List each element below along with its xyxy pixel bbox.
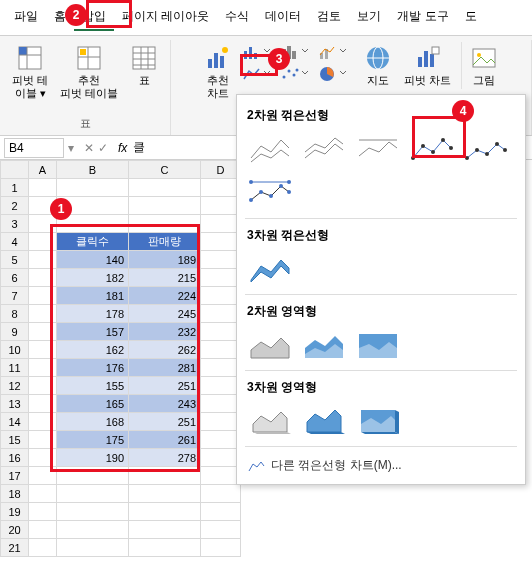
- cell[interactable]: 클릭수: [57, 233, 129, 251]
- menu-insert[interactable]: 삽입: [74, 4, 114, 31]
- cell[interactable]: 251: [129, 377, 201, 395]
- cell[interactable]: 175: [57, 431, 129, 449]
- image-button[interactable]: 그림: [461, 42, 500, 89]
- cell[interactable]: [201, 431, 241, 449]
- cell[interactable]: [201, 197, 241, 215]
- cell[interactable]: [29, 377, 57, 395]
- cell[interactable]: 190: [57, 449, 129, 467]
- area-chart-100stacked[interactable]: [353, 326, 403, 364]
- cell[interactable]: [129, 521, 201, 539]
- fx-buttons[interactable]: ✕ ✓: [78, 141, 114, 155]
- cell[interactable]: [129, 215, 201, 233]
- line-chart-100stacked[interactable]: [353, 130, 403, 168]
- row-header[interactable]: 2: [1, 197, 29, 215]
- col-header-c[interactable]: C: [129, 161, 201, 179]
- cell[interactable]: [29, 467, 57, 485]
- cell[interactable]: 176: [57, 359, 129, 377]
- cell[interactable]: [29, 503, 57, 521]
- cell[interactable]: [29, 197, 57, 215]
- scatter-chart-dropdown[interactable]: [280, 64, 314, 84]
- menu-data[interactable]: 데이터: [257, 4, 309, 31]
- cell[interactable]: [201, 467, 241, 485]
- line-chart-stacked[interactable]: [299, 130, 349, 168]
- cell[interactable]: 165: [57, 395, 129, 413]
- cell[interactable]: [29, 215, 57, 233]
- recommended-chart-button[interactable]: 추천 차트: [202, 42, 234, 102]
- cell[interactable]: 245: [129, 305, 201, 323]
- cell[interactable]: [29, 539, 57, 557]
- table-button[interactable]: 표: [128, 42, 160, 89]
- area-chart-basic[interactable]: [245, 326, 295, 364]
- cell[interactable]: [29, 269, 57, 287]
- cell[interactable]: [29, 305, 57, 323]
- col-header-a[interactable]: A: [29, 161, 57, 179]
- cell[interactable]: 262: [129, 341, 201, 359]
- cell[interactable]: [57, 179, 129, 197]
- cell[interactable]: [57, 485, 129, 503]
- area-chart-3d-100stacked[interactable]: [353, 402, 403, 440]
- cell[interactable]: [201, 377, 241, 395]
- bar-chart-dropdown[interactable]: [242, 42, 276, 62]
- cell[interactable]: [57, 467, 129, 485]
- cell[interactable]: [29, 449, 57, 467]
- row-header[interactable]: 3: [1, 215, 29, 233]
- cell[interactable]: 168: [57, 413, 129, 431]
- area-chart-3d[interactable]: [245, 402, 295, 440]
- row-header[interactable]: 11: [1, 359, 29, 377]
- cell[interactable]: [201, 269, 241, 287]
- more-line-charts[interactable]: 다른 꺾은선형 차트(M)...: [245, 451, 517, 476]
- cell[interactable]: [201, 413, 241, 431]
- row-header[interactable]: 8: [1, 305, 29, 323]
- cell[interactable]: 278: [129, 449, 201, 467]
- cell[interactable]: [129, 467, 201, 485]
- cell[interactable]: 281: [129, 359, 201, 377]
- cell[interactable]: [57, 503, 129, 521]
- cell[interactable]: [29, 431, 57, 449]
- cell[interactable]: [129, 539, 201, 557]
- cell[interactable]: [29, 359, 57, 377]
- cell[interactable]: [201, 287, 241, 305]
- cell[interactable]: [201, 449, 241, 467]
- hist-chart-dropdown[interactable]: [280, 42, 314, 62]
- cell[interactable]: [201, 521, 241, 539]
- cell[interactable]: [201, 485, 241, 503]
- row-header[interactable]: 5: [1, 251, 29, 269]
- menu-file[interactable]: 파일: [6, 4, 46, 31]
- cell[interactable]: [201, 359, 241, 377]
- row-header[interactable]: 17: [1, 467, 29, 485]
- area-chart-3d-stacked[interactable]: [299, 402, 349, 440]
- map-button[interactable]: 지도: [362, 42, 394, 89]
- row-header[interactable]: 16: [1, 449, 29, 467]
- cell[interactable]: [201, 251, 241, 269]
- cell[interactable]: [129, 197, 201, 215]
- cell[interactable]: 215: [129, 269, 201, 287]
- row-header[interactable]: 13: [1, 395, 29, 413]
- cell[interactable]: [29, 287, 57, 305]
- combo-chart-dropdown[interactable]: [318, 42, 352, 62]
- row-header[interactable]: 9: [1, 323, 29, 341]
- cell[interactable]: 182: [57, 269, 129, 287]
- cell[interactable]: [129, 179, 201, 197]
- name-box[interactable]: B4: [4, 138, 64, 158]
- cell[interactable]: [29, 341, 57, 359]
- pie-chart-dropdown[interactable]: [318, 64, 352, 84]
- cell[interactable]: [201, 305, 241, 323]
- cell[interactable]: [201, 215, 241, 233]
- cell[interactable]: 232: [129, 323, 201, 341]
- cell[interactable]: [57, 197, 129, 215]
- row-header[interactable]: 14: [1, 413, 29, 431]
- menu-more[interactable]: 도: [457, 4, 485, 31]
- line-chart-3d[interactable]: [245, 250, 295, 288]
- menu-view[interactable]: 보기: [349, 4, 389, 31]
- cell[interactable]: [129, 485, 201, 503]
- cell[interactable]: 224: [129, 287, 201, 305]
- recommended-pivot-button[interactable]: 추천 피벗 테이블: [58, 42, 120, 102]
- line-chart-dropdown[interactable]: [242, 64, 276, 84]
- row-header[interactable]: 12: [1, 377, 29, 395]
- cell[interactable]: [201, 323, 241, 341]
- line-chart-stacked-markers[interactable]: [461, 130, 511, 168]
- cell[interactable]: 251: [129, 413, 201, 431]
- line-chart-markers[interactable]: [407, 130, 457, 168]
- cell[interactable]: [29, 485, 57, 503]
- menu-dev[interactable]: 개발 도구: [389, 4, 456, 31]
